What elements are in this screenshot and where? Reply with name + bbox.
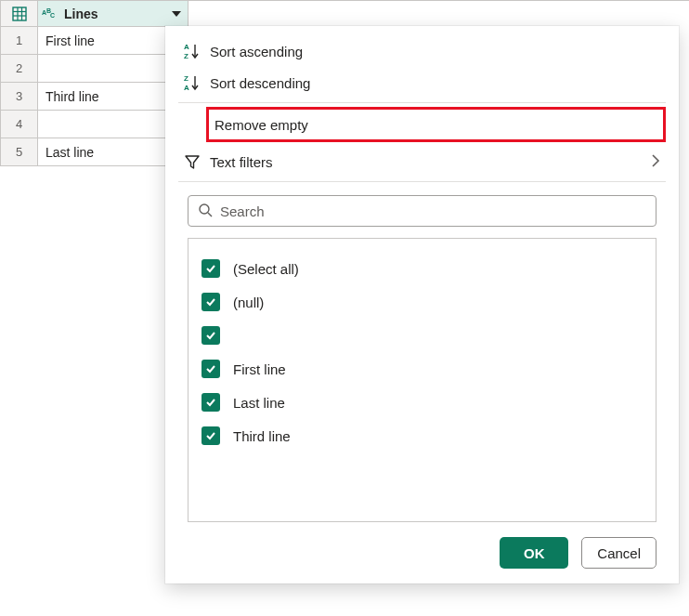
row-number: 5 bbox=[1, 138, 38, 166]
menu-divider bbox=[178, 102, 666, 103]
svg-text:A: A bbox=[184, 43, 189, 51]
svg-line-15 bbox=[208, 213, 212, 216]
filter-value-label: Third line bbox=[233, 428, 291, 444]
checkbox-checked-icon bbox=[202, 326, 220, 345]
filter-icon bbox=[178, 153, 206, 170]
filter-values-list: (Select all) (null) First line Last line bbox=[188, 238, 656, 522]
sort-desc-icon: Z A bbox=[178, 73, 206, 92]
caret-down-icon bbox=[172, 11, 181, 17]
menu-label: Sort descending bbox=[210, 75, 310, 91]
remove-empty-item[interactable]: Remove empty bbox=[206, 107, 666, 142]
filter-value-label: (null) bbox=[233, 295, 264, 310]
checkbox-checked-icon bbox=[202, 293, 220, 311]
svg-rect-0 bbox=[13, 7, 26, 20]
search-input[interactable] bbox=[220, 203, 646, 219]
svg-text:A: A bbox=[184, 84, 189, 92]
filter-value-label: Last line bbox=[233, 395, 285, 411]
column-dropdown-toggle[interactable] bbox=[169, 7, 184, 21]
cancel-button[interactable]: Cancel bbox=[581, 537, 656, 569]
search-icon bbox=[198, 203, 213, 220]
sort-asc-icon: A Z bbox=[178, 42, 206, 60]
column-name: Lines bbox=[64, 7, 98, 21]
menu-label: Text filters bbox=[210, 154, 273, 170]
ok-button[interactable]: OK bbox=[500, 537, 568, 569]
filter-search-box[interactable] bbox=[188, 195, 656, 227]
svg-text:C: C bbox=[50, 12, 55, 19]
sort-ascending-item[interactable]: A Z Sort ascending bbox=[165, 35, 679, 67]
checkbox-checked-icon bbox=[202, 259, 220, 278]
sort-descending-item[interactable]: Z A Sort descending bbox=[165, 67, 679, 98]
filter-value-label: (Select all) bbox=[233, 261, 299, 277]
filter-value-select-all[interactable]: (Select all) bbox=[202, 252, 643, 285]
checkbox-checked-icon bbox=[202, 393, 220, 412]
filter-value-item[interactable]: First line bbox=[202, 352, 643, 386]
table-icon bbox=[12, 7, 27, 21]
svg-text:Z: Z bbox=[184, 74, 188, 83]
checkbox-checked-icon bbox=[202, 426, 220, 445]
menu-label: Sort ascending bbox=[210, 44, 303, 59]
filter-value-null[interactable]: (null) bbox=[202, 285, 643, 319]
checkbox-checked-icon bbox=[202, 360, 220, 378]
text-filters-item[interactable]: Text filters bbox=[165, 146, 679, 177]
button-label: OK bbox=[524, 545, 545, 561]
row-number: 3 bbox=[1, 83, 38, 111]
menu-label: Remove empty bbox=[214, 117, 308, 133]
filter-value-label: First line bbox=[233, 361, 286, 377]
row-number: 2 bbox=[1, 55, 38, 83]
column-filter-dropdown: A Z Sort ascending Z A Sort descending R… bbox=[165, 26, 679, 583]
column-header-lines[interactable]: A B C Lines bbox=[38, 1, 188, 27]
svg-text:Z: Z bbox=[184, 52, 188, 60]
row-number: 1 bbox=[1, 27, 38, 55]
filter-value-item[interactable]: Last line bbox=[202, 386, 643, 419]
table-corner[interactable] bbox=[1, 1, 38, 27]
row-number: 4 bbox=[1, 111, 38, 138]
filter-value-blank[interactable] bbox=[202, 319, 643, 352]
svg-point-14 bbox=[200, 204, 209, 214]
button-label: Cancel bbox=[597, 545, 641, 561]
filter-value-item[interactable]: Third line bbox=[202, 419, 643, 452]
menu-divider bbox=[178, 181, 666, 182]
chevron-right-icon bbox=[651, 154, 660, 170]
text-type-icon: A B C bbox=[42, 7, 58, 20]
